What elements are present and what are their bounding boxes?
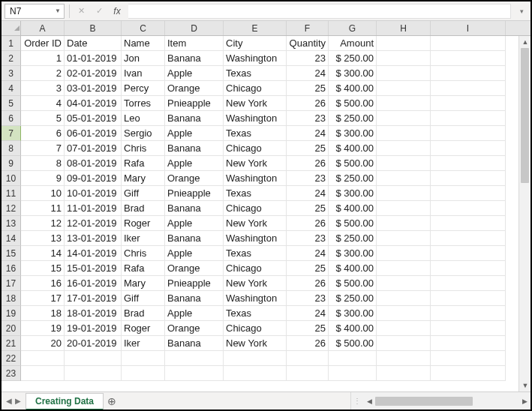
cell[interactable]: Chris [122,141,165,156]
cell[interactable]: New York [224,216,287,231]
cell[interactable]: Rafa [122,261,165,276]
cell[interactable]: Item [165,36,224,51]
cell[interactable]: Banana [165,336,224,351]
cell[interactable]: $ 250.00 [329,231,377,246]
vscroll-thumb[interactable] [521,48,529,183]
cell[interactable] [377,276,431,291]
cell[interactable] [431,246,506,261]
cell[interactable]: 23 [287,171,329,186]
row-header[interactable]: 5 [2,96,21,111]
cell[interactable]: 12 [21,216,65,231]
cell[interactable]: 7 [21,141,65,156]
name-box[interactable]: N7 ▼ [5,4,65,19]
cell[interactable] [377,186,431,201]
cell[interactable]: $ 500.00 [329,336,377,351]
cell[interactable]: 10 [21,186,65,201]
cell[interactable]: $ 300.00 [329,126,377,141]
cell[interactable]: $ 400.00 [329,81,377,96]
cell[interactable] [431,291,506,306]
cell[interactable]: Orange [165,321,224,336]
row-header[interactable]: 18 [2,291,21,306]
cell[interactable] [431,126,506,141]
hscroll-thumb[interactable] [375,397,473,406]
cell[interactable] [431,351,506,366]
formula-input[interactable] [128,4,511,19]
cell[interactable]: 4 [21,96,65,111]
cell[interactable]: 15-01-2019 [65,261,122,276]
cell[interactable]: Quantity [287,36,329,51]
cell[interactable]: Order ID [21,36,65,51]
cell[interactable] [377,81,431,96]
cell[interactable] [165,351,224,366]
cell[interactable] [377,66,431,81]
cell[interactable]: Banana [165,291,224,306]
cell[interactable]: Apple [165,66,224,81]
cell[interactable]: Pnieapple [165,186,224,201]
cell[interactable] [431,141,506,156]
cell[interactable]: $ 300.00 [329,66,377,81]
expand-formula-bar-icon[interactable]: ▾ [515,5,527,17]
row-header[interactable]: 17 [2,276,21,291]
scroll-down-icon[interactable]: ▼ [519,380,530,392]
hscroll-track[interactable] [375,397,518,406]
cell[interactable]: $ 400.00 [329,141,377,156]
cell[interactable]: Giff [122,291,165,306]
cell[interactable]: 6 [21,126,65,141]
cell[interactable]: Chris [122,246,165,261]
row-header[interactable]: 2 [2,51,21,66]
cell[interactable] [377,231,431,246]
cell[interactable]: 23 [287,111,329,126]
cell[interactable]: Banana [165,201,224,216]
cell[interactable]: 5 [21,111,65,126]
cell[interactable]: Amount [329,36,377,51]
cell[interactable] [377,261,431,276]
cell[interactable]: 13 [21,231,65,246]
cell[interactable]: $ 300.00 [329,186,377,201]
cell[interactable]: City [224,36,287,51]
cell[interactable]: $ 400.00 [329,261,377,276]
cell[interactable]: 06-01-2019 [65,126,122,141]
cell[interactable]: Iker [122,231,165,246]
cell[interactable]: 08-01-2019 [65,156,122,171]
row-header[interactable]: 13 [2,216,21,231]
cell[interactable] [431,321,506,336]
cell[interactable]: 18 [21,306,65,321]
cell[interactable]: 26 [287,216,329,231]
cell[interactable]: 24 [287,186,329,201]
row-header[interactable]: 6 [2,111,21,126]
cell[interactable]: New York [224,96,287,111]
cell[interactable]: Brad [122,201,165,216]
scroll-right-icon[interactable]: ▶ [518,395,530,407]
cell[interactable]: Pnieapple [165,96,224,111]
cell[interactable]: 17 [21,291,65,306]
cell[interactable]: 07-01-2019 [65,141,122,156]
cell[interactable] [287,351,329,366]
row-header[interactable]: 10 [2,171,21,186]
column-header-I[interactable]: I [431,21,506,35]
cell[interactable]: Sergio [122,126,165,141]
cell[interactable]: 26 [287,336,329,351]
cell[interactable] [21,366,65,381]
cell[interactable] [431,201,506,216]
cell[interactable]: Washington [224,111,287,126]
cell[interactable]: $ 400.00 [329,201,377,216]
vscroll-track[interactable] [519,48,530,380]
cell[interactable]: 1 [21,51,65,66]
cell[interactable] [21,351,65,366]
cell[interactable] [431,171,506,186]
cell[interactable] [431,36,506,51]
cell[interactable]: Texas [224,186,287,201]
tab-next-icon[interactable]: ▶ [15,397,21,405]
cell[interactable]: Torres [122,96,165,111]
cell[interactable]: Iker [122,336,165,351]
cell[interactable]: 24 [287,306,329,321]
cell[interactable]: Apple [165,216,224,231]
cell[interactable]: $ 250.00 [329,171,377,186]
cell[interactable]: Apple [165,246,224,261]
chevron-down-icon[interactable]: ▼ [55,8,61,14]
row-header[interactable]: 7 [2,126,21,141]
cell[interactable]: $ 400.00 [329,321,377,336]
cell[interactable]: New York [224,336,287,351]
cell[interactable]: 25 [287,201,329,216]
cell[interactable]: Orange [165,81,224,96]
